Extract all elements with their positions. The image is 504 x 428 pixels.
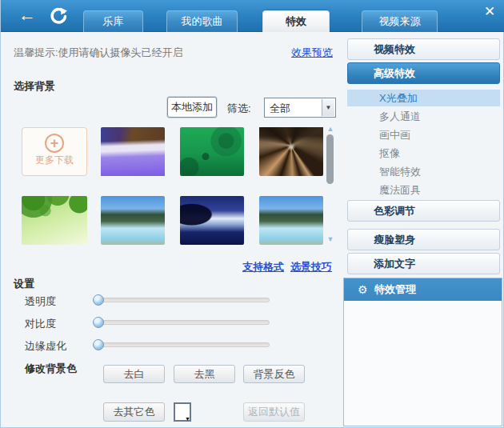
swatch-arrow-icon: ▼	[185, 416, 190, 422]
remove-white-button[interactable]: 去白	[103, 365, 165, 383]
thumbnail-lake-trees-2[interactable]	[259, 196, 323, 245]
reset-default-button[interactable]: 返回默认值	[243, 402, 305, 422]
thumbnail-lake-trees[interactable]	[101, 196, 165, 245]
thumbnail-night-palm-sea[interactable]	[180, 196, 244, 245]
local-add-button[interactable]: 本地添加	[167, 97, 217, 118]
invert-background-button[interactable]: 背景反色	[243, 365, 305, 383]
scene-tips-link[interactable]: 选景技巧	[290, 261, 332, 273]
settings-title: 设置	[14, 277, 34, 291]
scroll-up-icon[interactable]: ▲	[326, 125, 335, 133]
modify-bg-color-label: 修改背景色	[25, 362, 77, 376]
sidebar-section-video-effects[interactable]: 视频特效	[347, 38, 500, 60]
thumbnail-green-leaves[interactable]	[22, 196, 87, 245]
sidebar-item-xray-overlay[interactable]: X光叠加	[347, 90, 500, 106]
format-links: 支持格式选景技巧	[242, 260, 332, 274]
edge-blur-slider-knob[interactable]	[93, 339, 104, 350]
more-download-label: 更多下载	[22, 154, 86, 167]
sidebar-section-add-text[interactable]: 添加文字	[347, 253, 500, 274]
transparency-slider[interactable]	[95, 298, 270, 302]
thumbnail-zoom-blur-forest[interactable]	[259, 127, 323, 176]
sidebar-section-color-adjust[interactable]: 色彩调节	[347, 200, 500, 222]
remove-black-button[interactable]: 去黑	[174, 365, 235, 383]
contrast-label: 对比度	[25, 317, 56, 331]
tab-my-songs[interactable]: 我的歌曲	[166, 10, 238, 32]
gear-icon: ⚙	[358, 278, 368, 301]
transparency-slider-knob[interactable]	[93, 294, 104, 306]
color-swatch-picker[interactable]: ▼	[174, 402, 191, 422]
sidebar-item-smart-effects[interactable]: 智能特效	[347, 163, 500, 180]
scroll-down-icon[interactable]: ▼	[326, 235, 335, 243]
edge-blur-label: 边缘虚化	[25, 339, 66, 354]
back-icon[interactable]: ←	[18, 5, 36, 26]
thumbnail-green-hearts[interactable]	[180, 127, 244, 176]
sidebar-item-picture-in-picture[interactable]: 画中画	[347, 126, 500, 143]
more-download-card[interactable]: + 更多下载	[22, 127, 87, 176]
grid-scrollbar[interactable]: ▲ ▼	[325, 125, 336, 245]
plus-circle-icon: +	[45, 134, 64, 153]
sidebar-item-keying[interactable]: 抠像	[347, 145, 500, 162]
effect-preview-link[interactable]: 效果预览	[291, 46, 333, 60]
effects-manage-panel: ⚙ 特效管理	[343, 278, 502, 426]
tab-effects[interactable]: 特效	[262, 10, 330, 32]
scrollbar-thumb[interactable]	[326, 134, 334, 184]
effects-manage-label: 特效管理	[374, 278, 416, 301]
dropdown-arrow-icon[interactable]: ▼	[322, 99, 334, 116]
close-icon[interactable]: ✕	[484, 3, 495, 20]
filter-selected-value: 全部	[270, 102, 290, 116]
refresh-icon[interactable]	[49, 6, 68, 26]
select-background-title: 选择背景	[14, 79, 55, 94]
app-window: ← 乐库 我的歌曲 特效 视频来源 ✕ 温馨提示:使用请确认摄像头已经开启 效果…	[0, 0, 504, 428]
remove-other-color-button[interactable]: 去其它色	[103, 402, 165, 422]
sidebar-item-multi-person[interactable]: 多人通道	[347, 108, 500, 125]
transparency-label: 透明度	[25, 294, 56, 309]
top-navigation-bar: ← 乐库 我的歌曲 特效 视频来源 ✕	[1, 0, 504, 32]
sidebar-section-face-slim[interactable]: 瘦脸塑身	[347, 229, 500, 250]
tab-video-source[interactable]: 视频来源	[362, 10, 438, 32]
camera-tip-text: 温馨提示:使用请确认摄像头已经开启	[14, 46, 183, 60]
supported-formats-link[interactable]: 支持格式	[242, 261, 284, 273]
filter-label: 筛选:	[227, 102, 251, 116]
sidebar-section-advanced-effects[interactable]: 高级特效	[347, 62, 500, 84]
thumbnail-purple-mountain[interactable]	[101, 127, 165, 176]
effects-manage-bar[interactable]: ⚙ 特效管理	[344, 278, 502, 301]
contrast-slider-knob[interactable]	[93, 317, 104, 328]
filter-select[interactable]: 全部 ▼	[264, 98, 336, 118]
sidebar-item-magic-mask[interactable]: 魔法面具	[347, 182, 500, 198]
contrast-slider[interactable]	[95, 320, 270, 325]
tab-music-library[interactable]: 乐库	[83, 10, 143, 32]
edge-blur-slider[interactable]	[95, 342, 270, 347]
